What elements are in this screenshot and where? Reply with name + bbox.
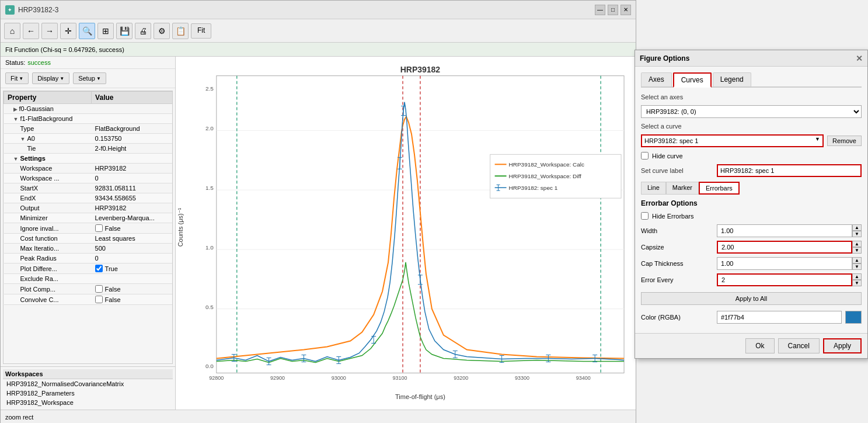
cap-thickness-input[interactable] — [717, 257, 852, 270]
svg-text:2.5: 2.5 — [205, 85, 214, 92]
hide-curve-row: Hide curve — [641, 152, 862, 160]
apply-all-button[interactable]: Apply to All — [641, 292, 862, 305]
display-button[interactable]: Display ▼ — [32, 72, 69, 84]
svg-text:93100: 93100 — [393, 375, 407, 381]
maximize-button[interactable]: □ — [608, 5, 618, 15]
list-item[interactable]: HRP39182_NormalisedCovarianceMatrix — [3, 379, 173, 389]
hide-curve-checkbox[interactable] — [641, 152, 649, 160]
main-tab-bar: Axes Curves Legend — [641, 72, 862, 88]
sub-tab-line[interactable]: Line — [641, 182, 666, 195]
tab-curves[interactable]: Curves — [673, 72, 712, 88]
tab-legend[interactable]: Legend — [713, 72, 751, 86]
minimize-button[interactable]: — — [595, 5, 605, 15]
status-value: success — [27, 59, 51, 66]
table-row: ▼Settings — [4, 154, 173, 164]
hide-errorbars-label: Hide Errorbars — [652, 213, 694, 220]
pan-button[interactable]: ✛ — [60, 23, 76, 39]
setup-button[interactable]: Setup ▼ — [73, 72, 106, 84]
width-spinner: ▲ ▼ — [717, 224, 862, 237]
error-every-spinner: ▲ ▼ — [717, 273, 862, 286]
capsize-up-button[interactable]: ▲ — [852, 241, 862, 247]
cap-thickness-up-button[interactable]: ▲ — [852, 257, 862, 263]
table-row: WorkspaceHRP39182 — [4, 164, 173, 174]
save-button[interactable]: 💾 — [116, 23, 133, 39]
tab-axes[interactable]: Axes — [641, 72, 672, 86]
cap-thickness-down-button[interactable]: ▼ — [852, 263, 862, 270]
cancel-button[interactable]: Cancel — [778, 338, 820, 353]
table-row: Convolve C... False — [4, 294, 173, 305]
svg-text:0.5: 0.5 — [205, 304, 214, 310]
hide-errorbars-row: Hide Errorbars — [641, 212, 862, 220]
forward-button[interactable]: → — [41, 23, 58, 39]
svg-text:93200: 93200 — [454, 375, 468, 381]
svg-text:1.5: 1.5 — [205, 185, 214, 191]
fit-action-button[interactable]: Fit ▼ — [5, 72, 29, 84]
dialog-title-bar: Figure Options ✕ — [635, 50, 867, 67]
width-down-button[interactable]: ▼ — [852, 231, 862, 237]
curve-select[interactable]: HRP39182: spec 1 — [641, 134, 824, 147]
error-every-input[interactable] — [717, 273, 852, 286]
svg-text:Counts (μs)⁻¹: Counts (μs)⁻¹ — [177, 207, 184, 247]
table-row: ▼f1-FlatBackground — [4, 114, 173, 124]
svg-text:93000: 93000 — [332, 375, 346, 381]
table-row: Workspace ...0 — [4, 174, 173, 183]
curve-label-input[interactable] — [717, 164, 862, 177]
apply-button[interactable]: Apply — [823, 338, 862, 353]
workspaces-label: Workspaces — [3, 369, 173, 379]
error-every-down-button[interactable]: ▼ — [852, 280, 862, 286]
window-title: HRP39182-3 — [18, 6, 58, 14]
list-item[interactable]: HRP39182_Parameters — [3, 389, 173, 398]
action-row: Fit ▼ Display ▼ Setup ▼ — [1, 69, 175, 88]
dialog-body: Axes Curves Legend Select an axes HRP391… — [635, 67, 867, 333]
hide-curve-label: Hide curve — [652, 152, 683, 160]
plot-comp-checkbox[interactable] — [95, 285, 103, 293]
workspace-list: HRP39182_NormalisedCovarianceMatrix HRP3… — [3, 379, 173, 407]
table-row: Max Iteratio...500 — [4, 244, 173, 254]
table-row: Cost functionLeast squares — [4, 234, 173, 244]
status-row: Status: success — [1, 57, 175, 69]
fit-action-label: Fit — [11, 75, 18, 82]
svg-text:HRP39182: spec 1: HRP39182: spec 1 — [509, 185, 558, 191]
sub-tab-marker[interactable]: Marker — [666, 182, 699, 195]
plot-svg: HRP39182 Counts (μs)⁻¹ Time-of-flight (μ… — [176, 57, 636, 410]
capsize-input[interactable] — [717, 241, 852, 254]
zoom-status-label: zoom rect — [5, 414, 33, 421]
main-window: ✦ HRP39182-3 — □ ✕ ⌂ ← → ✛ 🔍 ⊞ 💾 🖨 ⚙ 📋 F… — [0, 0, 636, 423]
color-input[interactable] — [717, 311, 842, 324]
capsize-down-button[interactable]: ▼ — [852, 247, 862, 254]
list-item[interactable]: HRP39182_Workspace — [3, 398, 173, 407]
ignore-invalid-checkbox[interactable] — [95, 224, 103, 232]
color-swatch[interactable] — [845, 311, 862, 324]
table-row: Peak Radius0 — [4, 254, 173, 263]
back-button[interactable]: ← — [23, 23, 39, 39]
fit-function-label: Fit Function (Chi-sq = 0.647926, success… — [5, 46, 124, 53]
width-spinner-buttons: ▲ ▼ — [852, 224, 862, 237]
script-button[interactable]: 📋 — [172, 23, 189, 39]
plot-diff-checkbox[interactable] — [95, 265, 103, 272]
width-label: Width — [641, 227, 717, 234]
settings-button[interactable]: ⚙ — [154, 23, 170, 39]
axes-dropdown-row: HRP39182: (0, 0) — [641, 105, 862, 118]
svg-text:HRP39182_Workspace: Diff: HRP39182_Workspace: Diff — [509, 173, 582, 179]
convolve-checkbox[interactable] — [95, 296, 103, 303]
table-row: ▶f0-Gaussian — [4, 104, 173, 114]
svg-text:93400: 93400 — [576, 375, 591, 381]
ok-button[interactable]: Ok — [745, 338, 774, 353]
sub-tab-errorbars[interactable]: Errorbars — [699, 182, 740, 195]
zoom-button[interactable]: 🔍 — [79, 23, 95, 39]
fit-toolbar-button[interactable]: Fit — [191, 23, 211, 39]
error-every-up-button[interactable]: ▲ — [852, 273, 862, 280]
close-button[interactable]: ✕ — [621, 5, 631, 15]
setup-label: Setup — [78, 75, 95, 82]
remove-curve-button[interactable]: Remove — [827, 136, 862, 146]
curve-select-label-row: Select a curve — [641, 123, 862, 130]
grid-button[interactable]: ⊞ — [97, 23, 114, 39]
dialog-close-button[interactable]: ✕ — [856, 54, 863, 63]
svg-text:HRP39182: HRP39182 — [400, 65, 440, 74]
print-button[interactable]: 🖨 — [135, 23, 151, 39]
home-button[interactable]: ⌂ — [4, 23, 20, 39]
hide-errorbars-checkbox[interactable] — [641, 212, 649, 220]
width-up-button[interactable]: ▲ — [852, 224, 862, 231]
axes-select[interactable]: HRP39182: (0, 0) — [641, 105, 862, 118]
width-input[interactable] — [717, 224, 852, 237]
